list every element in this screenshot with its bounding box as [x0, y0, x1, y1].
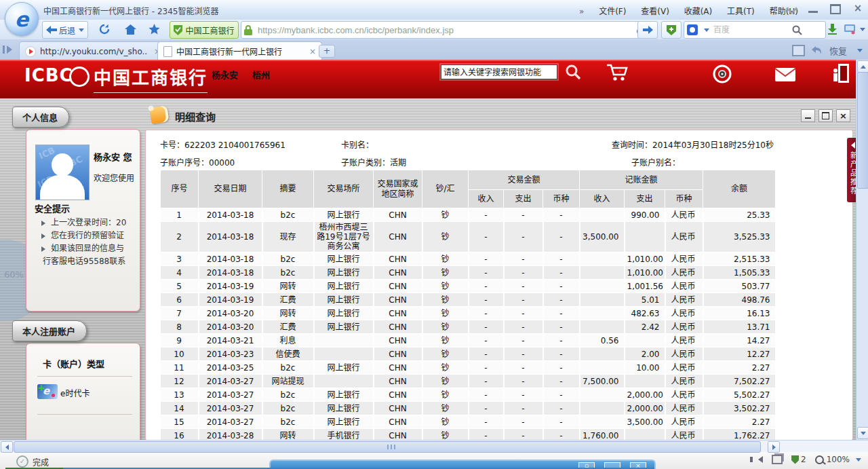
- cell: 2014-03-27: [199, 415, 262, 429]
- scroll-left-button[interactable]: [1, 441, 13, 453]
- sidebar-toggle-icon[interactable]: [3, 44, 15, 55]
- panel-maximize-button[interactable]: [818, 109, 833, 122]
- menu-overflow-icon[interactable]: »: [579, 7, 584, 16]
- menu-favorites[interactable]: 收藏(A): [684, 7, 713, 16]
- cell: -: [469, 320, 504, 334]
- cell: -: [504, 222, 543, 252]
- tab-icbc-active[interactable]: 中国工商银行新一代网上银行 ×: [157, 41, 322, 60]
- menu-view[interactable]: 查看(V): [641, 7, 669, 16]
- sidebar-tab-my-accounts[interactable]: 本人注册账户: [12, 320, 87, 341]
- search-icon[interactable]: [792, 25, 802, 35]
- go-button[interactable]: [637, 21, 658, 39]
- cell: [314, 375, 374, 388]
- cell: 钞: [422, 280, 469, 293]
- new-tab-button[interactable]: +: [319, 45, 335, 58]
- card-alias-label: 卡别名：: [341, 138, 374, 150]
- download-icon: [827, 24, 837, 35]
- multi-window-icon[interactable]: [772, 455, 783, 464]
- back-dropdown-icon[interactable]: [79, 29, 84, 32]
- cell: 网上银行: [314, 252, 374, 266]
- screenshot-button[interactable]: [844, 21, 865, 37]
- cell: 3,502.27: [703, 402, 776, 415]
- scroll-up-button[interactable]: [857, 60, 868, 73]
- scroll-right-button[interactable]: [768, 441, 780, 453]
- restore-window-button[interactable]: [830, 4, 841, 14]
- bank-search-input[interactable]: [441, 66, 557, 79]
- card-item-e-era-card[interactable]: e时代卡: [60, 387, 90, 398]
- close-window-button[interactable]: ×: [852, 3, 864, 13]
- panel-minimize-button[interactable]: [801, 109, 815, 122]
- restore-tabs-button[interactable]: 恢复: [829, 44, 847, 57]
- horizontal-scroll-thumb[interactable]: [14, 441, 761, 453]
- url-input[interactable]: [256, 24, 636, 36]
- home-button[interactable]: [121, 21, 140, 37]
- restore-dropdown-icon[interactable]: [857, 49, 863, 52]
- table-row: 152014-03-27b2c网上银行CHN钞---3,500.00人民币2.2…: [161, 415, 776, 429]
- security-check-button[interactable]: [661, 21, 682, 39]
- address-bar[interactable]: e: [241, 21, 654, 39]
- avatar: ICBCBC ICBBC: [35, 145, 90, 200]
- bank-function-search[interactable]: [441, 64, 557, 79]
- expand-left-icon: [851, 142, 855, 149]
- menu-tools[interactable]: 工具(T): [727, 7, 755, 16]
- cell: 1,505.33: [703, 266, 776, 280]
- screenshot-dropdown-icon[interactable]: [860, 28, 865, 31]
- bank-search-button[interactable]: [565, 64, 581, 80]
- scroll-down-button[interactable]: [857, 427, 868, 439]
- undo-arrow-icon[interactable]: [812, 46, 823, 55]
- speaker-icon[interactable]: [758, 456, 763, 463]
- vertical-scroll-thumb[interactable]: [857, 72, 868, 189]
- browser-logo-icon[interactable]: e: [5, 2, 39, 36]
- zoom-control[interactable]: 100%: [815, 455, 861, 464]
- sidebar-tab-personal-info[interactable]: 个人信息: [12, 107, 69, 128]
- cell: -: [543, 293, 580, 307]
- tab-list-icon[interactable]: [792, 45, 805, 56]
- col-income: 收入: [469, 190, 504, 208]
- vertical-scrollbar[interactable]: [856, 60, 868, 440]
- favorites-button[interactable]: [144, 21, 163, 37]
- cell: [580, 320, 625, 334]
- horizontal-scrollbar[interactable]: [0, 440, 868, 452]
- cell: [580, 293, 625, 307]
- site-identity-badge[interactable]: 中国工商银行: [170, 21, 239, 39]
- refresh-button[interactable]: [95, 21, 114, 37]
- cell: 钞: [422, 307, 469, 320]
- search-engine-icon[interactable]: [687, 24, 698, 35]
- cell: [625, 334, 665, 348]
- cell: -: [469, 375, 504, 388]
- pin-icon[interactable]: [786, 3, 797, 14]
- cell: CHN: [374, 402, 422, 415]
- site-shield-icon: [174, 25, 182, 35]
- mail-button[interactable]: [774, 67, 796, 82]
- menu-file[interactable]: 文件(F): [599, 7, 626, 16]
- cell: b2c: [262, 252, 314, 266]
- cell: 4: [161, 266, 199, 280]
- cell: 人民币: [665, 307, 703, 320]
- back-button[interactable]: 后退: [42, 21, 88, 39]
- table-row: 132014-03-27b2c网上银行CHN钞---2,000.00人民币5,5…: [161, 388, 776, 402]
- tab-youku[interactable]: http://v.youku.com/v_sho... ×: [19, 41, 167, 60]
- security-counter[interactable]: 2: [791, 455, 806, 464]
- minimize-button[interactable]: [808, 3, 818, 13]
- cell: 13.71: [703, 320, 776, 334]
- panel-close-button[interactable]: ×: [836, 109, 850, 122]
- cell: 网站提现: [262, 375, 314, 388]
- cell: CHN: [374, 307, 422, 320]
- cd-button[interactable]: [712, 64, 732, 84]
- cell: 网上银行: [314, 361, 374, 375]
- cell: [580, 415, 625, 429]
- cell: [580, 348, 625, 361]
- subaccount-type-label: 子账户类别：: [341, 158, 390, 168]
- cell: [625, 375, 665, 388]
- search-engine-dropdown-icon[interactable]: [704, 29, 709, 32]
- zoom-dropdown-icon[interactable]: [856, 458, 861, 462]
- download-button[interactable]: [823, 21, 841, 37]
- tab-label: 中国工商银行新一代网上银行: [176, 45, 302, 57]
- cell: 钞: [422, 208, 469, 222]
- cart-button[interactable]: [606, 64, 629, 83]
- close-tab-icon[interactable]: ×: [309, 47, 316, 56]
- web-search-box[interactable]: [684, 21, 826, 39]
- shield-count: 2: [801, 455, 806, 464]
- logout-button[interactable]: [831, 64, 849, 83]
- web-search-input[interactable]: [712, 24, 789, 35]
